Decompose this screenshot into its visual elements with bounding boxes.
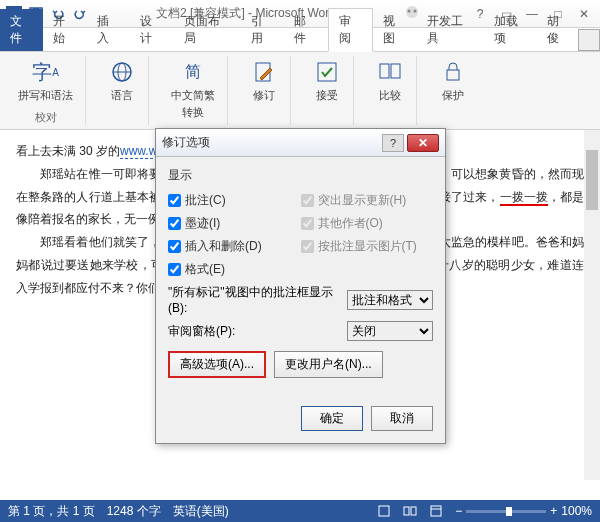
svg-rect-16 (404, 507, 409, 515)
zoom-in-button[interactable]: + (550, 504, 557, 518)
dialog-title: 修订选项 (162, 134, 382, 151)
accept-icon (313, 58, 341, 86)
view-web-icon[interactable] (429, 504, 443, 518)
compare-icon (376, 58, 404, 86)
language-label: 语言 (111, 88, 133, 103)
spelling-icon: 字A (32, 58, 60, 86)
page-count-status[interactable]: 第 1 页，共 1 页 (8, 503, 95, 520)
reviewing-pane-select[interactable]: 关闭 (347, 321, 433, 341)
proofing-group-label: 校对 (35, 110, 57, 125)
balloon-display-label: "所有标记"视图中的批注框显示(B): (168, 284, 347, 315)
tab-layout[interactable]: 页面布局 (174, 9, 241, 51)
language-button[interactable]: 语言 (104, 56, 140, 105)
username-label[interactable]: 胡俊 (539, 9, 578, 51)
comments-checkbox[interactable]: 批注(C) (168, 192, 301, 209)
other-authors-checkbox[interactable]: 其他作者(O) (301, 215, 434, 232)
insertions-deletions-checkbox[interactable]: 插入和删除(D) (168, 238, 301, 255)
word-count-status[interactable]: 1248 个字 (107, 503, 161, 520)
scrollbar-thumb[interactable] (586, 150, 598, 210)
chinese-conversion-button[interactable]: 简 中文简繁 转换 (167, 56, 219, 122)
doc-highlight: 一拨一拨 (500, 190, 548, 206)
tab-addins[interactable]: 加载项 (484, 9, 539, 51)
dialog-help-button[interactable]: ? (382, 134, 404, 152)
tab-references[interactable]: 引用 (241, 9, 284, 51)
accept-label: 接受 (316, 88, 338, 103)
user-avatar[interactable] (578, 29, 600, 51)
tab-design[interactable]: 设计 (130, 9, 173, 51)
ok-button[interactable]: 确定 (301, 406, 363, 431)
advanced-options-button[interactable]: 高级选项(A)... (168, 351, 266, 378)
svg-rect-11 (318, 63, 336, 81)
tab-file[interactable]: 文件 (0, 9, 43, 51)
protect-button[interactable]: 保护 (435, 56, 471, 105)
zoom-slider[interactable] (466, 510, 546, 513)
cancel-button[interactable]: 取消 (371, 406, 433, 431)
view-print-icon[interactable] (377, 504, 391, 518)
track-changes-button[interactable]: 修订 (246, 56, 282, 105)
protect-label: 保护 (442, 88, 464, 103)
zoom-level[interactable]: 100% (561, 504, 592, 518)
svg-rect-17 (411, 507, 416, 515)
revise-label: 修订 (253, 88, 275, 103)
doc-text: 郑瑶站在惟一可 (16, 167, 125, 181)
svg-rect-14 (447, 70, 459, 80)
tab-review[interactable]: 审阅 (328, 8, 373, 52)
pictures-by-comments-checkbox[interactable]: 按批注显示图片(T) (301, 238, 434, 255)
convert-label2: 转换 (182, 105, 204, 120)
tab-developer[interactable]: 开发工具 (417, 9, 484, 51)
language-status[interactable]: 英语(美国) (173, 503, 229, 520)
highlight-updates-checkbox[interactable]: 突出显示更新(H) (301, 192, 434, 209)
svg-rect-18 (431, 506, 441, 516)
accept-button[interactable]: 接受 (309, 56, 345, 105)
balloon-display-select[interactable]: 批注和格式 (347, 290, 433, 310)
track-changes-options-dialog: 修订选项 ? ✕ 显示 批注(C) 突出显示更新(H) 墨迹(I) 其他作者(O… (155, 128, 446, 444)
dialog-close-button[interactable]: ✕ (407, 134, 439, 152)
protect-icon (439, 58, 467, 86)
tab-insert[interactable]: 插入 (87, 9, 130, 51)
change-username-button[interactable]: 更改用户名(N)... (274, 351, 383, 378)
tab-mailings[interactable]: 邮件 (284, 9, 327, 51)
tab-view[interactable]: 视图 (373, 9, 416, 51)
convert-label1: 中文简繁 (171, 88, 215, 103)
reviewing-pane-label: 审阅窗格(P): (168, 323, 347, 340)
tab-home[interactable]: 开始 (43, 9, 86, 51)
display-section-label: 显示 (168, 167, 433, 184)
spelling-grammar-button[interactable]: 字A 拼写和语法 (14, 56, 77, 105)
revise-icon (250, 58, 278, 86)
compare-button[interactable]: 比较 (372, 56, 408, 105)
svg-rect-12 (380, 64, 389, 78)
svg-rect-13 (391, 64, 400, 78)
formatting-checkbox[interactable]: 格式(E) (168, 261, 301, 278)
convert-icon: 简 (179, 58, 207, 86)
view-read-icon[interactable] (403, 504, 417, 518)
spelling-label: 拼写和语法 (18, 88, 73, 103)
compare-label: 比较 (379, 88, 401, 103)
doc-text: 看上去未满 30 岁的 (16, 144, 120, 158)
svg-rect-15 (379, 506, 389, 516)
vertical-scrollbar[interactable] (584, 130, 600, 480)
ink-checkbox[interactable]: 墨迹(I) (168, 215, 301, 232)
language-icon (108, 58, 136, 86)
zoom-out-button[interactable]: − (455, 504, 462, 518)
